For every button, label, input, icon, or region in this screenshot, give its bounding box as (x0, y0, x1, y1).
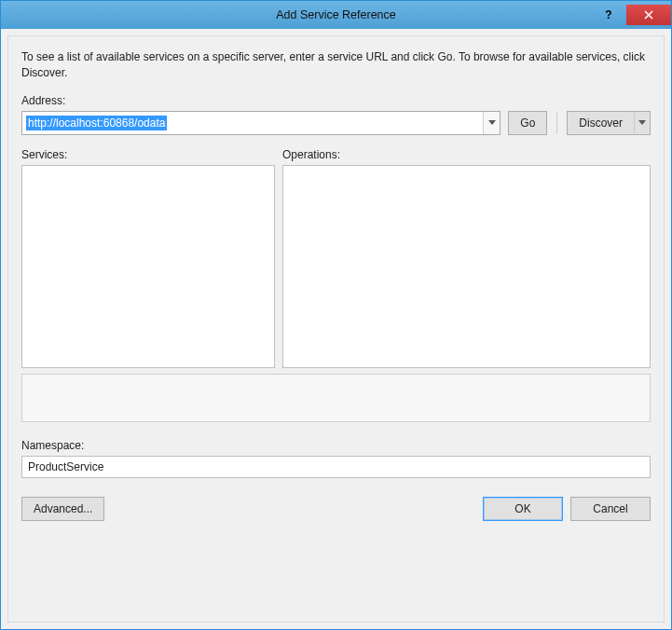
operations-column: Operations: (282, 148, 651, 368)
dialog-body: To see a list of available services on a… (7, 35, 665, 623)
namespace-input[interactable] (21, 456, 651, 478)
lists-row: Services: Operations: (21, 148, 651, 368)
discover-split-button: Discover (567, 111, 651, 135)
services-column: Services: (21, 148, 275, 368)
operations-listbox[interactable] (282, 165, 651, 368)
namespace-label: Namespace: (21, 439, 651, 452)
add-service-reference-dialog: Add Service Reference ? To see a list of… (0, 0, 672, 630)
title-controls: ? (593, 5, 671, 25)
close-button[interactable] (626, 5, 671, 25)
footer-buttons: Advanced... OK Cancel (21, 497, 651, 521)
instruction-text: To see a list of available services on a… (21, 49, 651, 81)
address-value: http://localhost:60868/odata (26, 116, 167, 130)
discover-button[interactable]: Discover (567, 111, 634, 135)
operations-label: Operations: (282, 148, 651, 161)
chevron-down-icon (638, 120, 646, 125)
cancel-button[interactable]: Cancel (570, 497, 651, 521)
services-label: Services: (21, 148, 275, 161)
chevron-down-icon (488, 120, 496, 125)
help-button[interactable]: ? (593, 5, 624, 25)
address-combobox[interactable]: http://localhost:60868/odata (21, 111, 501, 135)
address-row: http://localhost:60868/odata Go Discover (21, 111, 651, 135)
address-label: Address: (21, 94, 651, 107)
services-listbox[interactable] (21, 165, 275, 368)
status-panel (21, 374, 651, 422)
go-button[interactable]: Go (508, 111, 547, 135)
titlebar: Add Service Reference ? (1, 1, 671, 29)
ok-button[interactable]: OK (483, 497, 563, 521)
separator (556, 113, 557, 133)
window-title: Add Service Reference (1, 8, 671, 21)
address-dropdown-button[interactable] (483, 112, 500, 134)
close-icon (644, 10, 653, 20)
discover-dropdown-button[interactable] (634, 111, 651, 135)
advanced-button[interactable]: Advanced... (21, 497, 104, 521)
